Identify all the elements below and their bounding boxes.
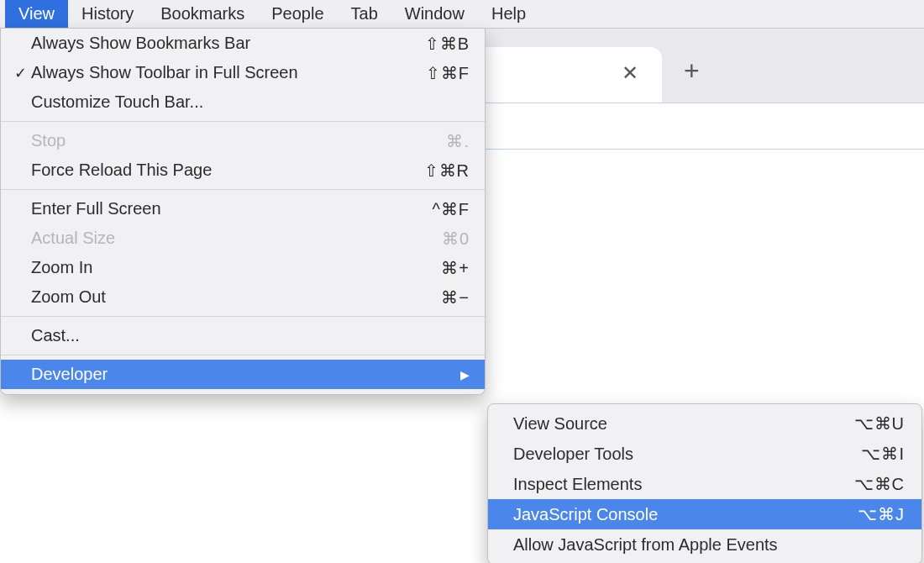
check-icon: ✓ xyxy=(9,64,31,82)
submenu-item-label: Inspect Elements xyxy=(513,475,837,494)
menubar-item-history[interactable]: History xyxy=(68,0,147,28)
menu-separator xyxy=(1,316,485,317)
menu-item-actual-size: Actual Size ⌘0 xyxy=(1,224,485,253)
menu-item-shortcut: ⇧⌘R xyxy=(394,160,470,181)
submenu-item-javascript-console[interactable]: JavaScript Console ⌥⌘J xyxy=(488,499,921,529)
developer-submenu: View Source ⌥⌘U Developer Tools ⌥⌘I Insp… xyxy=(487,403,922,563)
menu-separator xyxy=(1,121,485,122)
menubar-item-view[interactable]: View xyxy=(5,0,68,28)
new-tab-button[interactable]: + xyxy=(684,55,700,87)
menu-item-zoom-out[interactable]: Zoom Out ⌘− xyxy=(1,282,485,312)
menu-item-label: Zoom In xyxy=(31,258,394,277)
submenu-arrow-icon: ▶ xyxy=(451,368,470,381)
menu-item-label: Always Show Toolbar in Full Screen xyxy=(31,63,394,82)
menu-item-shortcut: ⇧⌘B xyxy=(394,34,470,54)
menu-item-label: Enter Full Screen xyxy=(31,199,394,218)
view-menu-dropdown: Always Show Bookmarks Bar ⇧⌘B ✓ Always S… xyxy=(0,29,486,395)
menu-item-shortcut: ⌘0 xyxy=(394,229,470,249)
submenu-item-view-source[interactable]: View Source ⌥⌘U xyxy=(488,408,921,439)
menu-item-label: Customize Touch Bar... xyxy=(31,92,394,112)
menu-item-shortcut: ⌘. xyxy=(394,131,470,151)
menu-item-label: Zoom Out xyxy=(31,287,394,307)
menubar-label: Bookmarks xyxy=(160,4,244,24)
menubar-label: Tab xyxy=(351,4,378,24)
menu-item-cast[interactable]: Cast... xyxy=(1,321,485,350)
submenu-item-label: Developer Tools xyxy=(513,445,837,464)
menu-item-customize-touch-bar[interactable]: Customize Touch Bar... xyxy=(1,87,485,117)
menubar-item-people[interactable]: People xyxy=(258,0,337,28)
menu-item-stop: Stop ⌘. xyxy=(1,126,485,155)
menu-item-shortcut: ⌘+ xyxy=(394,258,470,278)
menu-item-shortcut: ⇧⌘F xyxy=(394,63,470,83)
menu-item-zoom-in[interactable]: Zoom In ⌘+ xyxy=(1,253,485,282)
menu-item-force-reload[interactable]: Force Reload This Page ⇧⌘R xyxy=(1,155,485,185)
menu-item-shortcut: ⌘− xyxy=(394,287,470,308)
submenu-item-label: View Source xyxy=(513,414,837,434)
submenu-item-label: JavaScript Console xyxy=(513,505,837,524)
submenu-item-label: Allow JavaScript from Apple Events xyxy=(513,535,837,555)
menubar-item-help[interactable]: Help xyxy=(478,0,539,28)
submenu-item-inspect-elements[interactable]: Inspect Elements ⌥⌘C xyxy=(488,469,921,499)
menu-separator xyxy=(1,189,485,190)
menu-item-label: Force Reload This Page xyxy=(31,160,394,180)
submenu-item-shortcut: ⌥⌘U xyxy=(837,413,905,434)
submenu-item-developer-tools[interactable]: Developer Tools ⌥⌘I xyxy=(488,439,921,469)
menu-item-label: Stop xyxy=(31,131,394,150)
menu-item-always-show-toolbar-fullscreen[interactable]: ✓ Always Show Toolbar in Full Screen ⇧⌘F xyxy=(1,58,485,87)
menubar: View History Bookmarks People Tab Window… xyxy=(0,0,924,29)
menubar-item-tab[interactable]: Tab xyxy=(338,0,391,28)
menu-item-shortcut: ^⌘F xyxy=(394,199,470,219)
close-tab-icon[interactable]: ✕ xyxy=(622,61,638,85)
menubar-label: Window xyxy=(405,4,465,24)
menubar-item-window[interactable]: Window xyxy=(391,0,478,28)
menu-item-always-show-bookmarks-bar[interactable]: Always Show Bookmarks Bar ⇧⌘B xyxy=(1,29,485,58)
submenu-item-shortcut: ⌥⌘C xyxy=(837,474,905,494)
menubar-label: History xyxy=(81,4,134,24)
menu-separator xyxy=(1,355,485,355)
menubar-label: View xyxy=(18,4,55,24)
menubar-label: People xyxy=(271,4,323,24)
submenu-item-shortcut: ⌥⌘J xyxy=(837,504,905,524)
menubar-item-bookmarks[interactable]: Bookmarks xyxy=(147,0,258,28)
submenu-item-shortcut: ⌥⌘I xyxy=(837,444,905,464)
menu-item-developer[interactable]: Developer ▶ xyxy=(1,360,485,389)
menu-item-enter-full-screen[interactable]: Enter Full Screen ^⌘F xyxy=(1,194,485,224)
menu-item-label: Cast... xyxy=(31,326,394,345)
menu-item-label: Always Show Bookmarks Bar xyxy=(31,34,394,53)
menubar-label: Help xyxy=(491,4,526,24)
menu-item-label: Actual Size xyxy=(31,229,394,248)
menu-item-label: Developer xyxy=(31,365,375,384)
address-bar[interactable] xyxy=(486,103,924,150)
submenu-item-allow-js-apple-events[interactable]: Allow JavaScript from Apple Events xyxy=(488,529,921,560)
